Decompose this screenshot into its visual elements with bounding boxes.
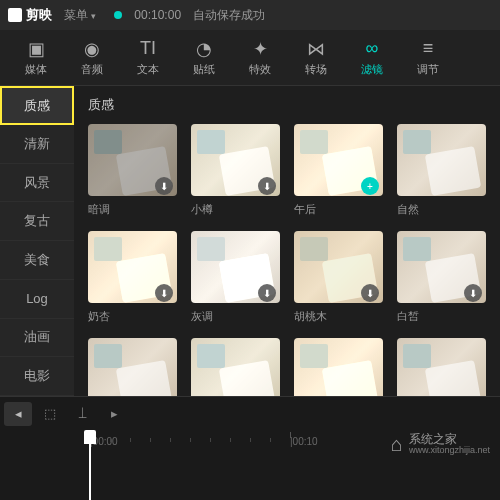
filter-label: 灰调 (191, 309, 280, 324)
tool-媒体[interactable]: ▣媒体 (8, 34, 64, 82)
timeline-ruler[interactable]: |00:00|00:10 (90, 430, 500, 454)
tool-调节[interactable]: ≡调节 (400, 34, 456, 82)
download-icon[interactable]: ⬇ (155, 177, 173, 195)
sidebar-item-油画[interactable]: 油画 (0, 319, 74, 358)
cut-tool-button[interactable]: ⟘ (68, 402, 96, 426)
timeline-toolbar: ◂ ⬚ ⟘ ▸ (0, 396, 500, 430)
贴纸-icon: ◔ (196, 39, 212, 59)
content-title: 质感 (88, 96, 486, 114)
sidebar-item-风景[interactable]: 风景 (0, 164, 74, 203)
main-toolbar: ▣媒体◉音频TI文本◔贴纸✦特效⋈转场∞滤镜≡调节 (0, 30, 500, 86)
download-icon[interactable]: ⬇ (155, 284, 173, 302)
音频-icon: ◉ (84, 39, 100, 59)
filter-thumb[interactable]: ⬇胡桃木 (294, 231, 383, 324)
tool-特效[interactable]: ✦特效 (232, 34, 288, 82)
timeline-forward-button[interactable]: ▸ (100, 402, 128, 426)
save-indicator-icon (114, 11, 122, 19)
tool-label: 转场 (305, 62, 327, 77)
文本-icon: TI (140, 39, 156, 59)
timeline[interactable]: |00:00|00:10 (0, 430, 500, 500)
filter-preview (397, 124, 486, 196)
tool-贴纸[interactable]: ◔贴纸 (176, 34, 232, 82)
滤镜-icon: ∞ (366, 39, 379, 59)
playhead-handle-icon[interactable] (84, 430, 96, 444)
sidebar-item-质感[interactable]: 质感 (0, 86, 74, 125)
tool-label: 音频 (81, 62, 103, 77)
filter-thumb[interactable]: ⬇奶杏 (88, 231, 177, 324)
filter-label: 白皙 (397, 309, 486, 324)
filter-thumb[interactable]: ⬇灰调 (191, 231, 280, 324)
tool-滤镜[interactable]: ∞滤镜 (344, 34, 400, 82)
tool-label: 滤镜 (361, 62, 383, 77)
filter-thumb[interactable] (294, 338, 383, 396)
sidebar-item-复古[interactable]: 复古 (0, 202, 74, 241)
filter-thumb[interactable]: ⬇白皙 (397, 231, 486, 324)
sidebar-item-清新[interactable]: 清新 (0, 125, 74, 164)
playhead-line (89, 444, 91, 500)
filter-thumb[interactable]: +午后 (294, 124, 383, 217)
cursor-tool-button[interactable]: ⬚ (36, 402, 64, 426)
filter-label: 胡桃木 (294, 309, 383, 324)
filter-thumb[interactable]: 自然 (397, 124, 486, 217)
filter-label: 暗调 (88, 202, 177, 217)
download-icon[interactable]: ⬇ (361, 284, 379, 302)
媒体-icon: ▣ (28, 39, 45, 59)
add-icon[interactable]: + (361, 177, 379, 195)
特效-icon: ✦ (253, 39, 268, 59)
download-icon[interactable]: ⬇ (258, 284, 276, 302)
filter-grid: ⬇暗调⬇小樽+午后自然⬇奶杏⬇灰调⬇胡桃木⬇白皙 (88, 124, 486, 396)
filter-thumb[interactable] (397, 338, 486, 396)
sidebar-item-美食[interactable]: 美食 (0, 241, 74, 280)
tool-label: 贴纸 (193, 62, 215, 77)
tool-label: 调节 (417, 62, 439, 77)
filter-preview (397, 338, 486, 396)
playhead[interactable] (90, 430, 104, 500)
download-icon[interactable]: ⬇ (464, 284, 482, 302)
转场-icon: ⋈ (307, 39, 325, 59)
tool-音频[interactable]: ◉音频 (64, 34, 120, 82)
logo-icon (8, 8, 22, 22)
tool-文本[interactable]: TI文本 (120, 34, 176, 82)
tool-label: 文本 (137, 62, 159, 77)
filter-content: 质感 ⬇暗调⬇小樽+午后自然⬇奶杏⬇灰调⬇胡桃木⬇白皙 (74, 86, 500, 396)
save-time: 00:10:00 (134, 8, 181, 22)
chevron-down-icon: ▾ (91, 11, 96, 21)
timeline-back-button[interactable]: ◂ (4, 402, 32, 426)
timeline-tick: |00:10 (290, 436, 318, 447)
filter-preview (294, 338, 383, 396)
tool-转场[interactable]: ⋈转场 (288, 34, 344, 82)
sidebar-item-Log[interactable]: Log (0, 280, 74, 319)
tool-label: 媒体 (25, 62, 47, 77)
filter-label: 奶杏 (88, 309, 177, 324)
filter-thumb[interactable]: ⬇暗调 (88, 124, 177, 217)
调节-icon: ≡ (423, 39, 434, 59)
menu-button[interactable]: 菜单 ▾ (64, 7, 96, 24)
app-name: 剪映 (26, 6, 52, 24)
filter-thumb[interactable] (88, 338, 177, 396)
title-bar: 剪映 菜单 ▾ 00:10:00 自动保存成功 (0, 0, 500, 30)
filter-thumb[interactable]: ⬇小樽 (191, 124, 280, 217)
filter-label: 自然 (397, 202, 486, 217)
download-icon[interactable]: ⬇ (258, 177, 276, 195)
filter-preview (88, 338, 177, 396)
filter-thumb[interactable] (191, 338, 280, 396)
app-logo: 剪映 (8, 6, 52, 24)
filter-label: 午后 (294, 202, 383, 217)
category-sidebar: 质感清新风景复古美食Log油画电影 (0, 86, 74, 396)
save-status: 自动保存成功 (193, 7, 265, 24)
sidebar-item-电影[interactable]: 电影 (0, 357, 74, 396)
tool-label: 特效 (249, 62, 271, 77)
filter-label: 小樽 (191, 202, 280, 217)
filter-preview (191, 338, 280, 396)
